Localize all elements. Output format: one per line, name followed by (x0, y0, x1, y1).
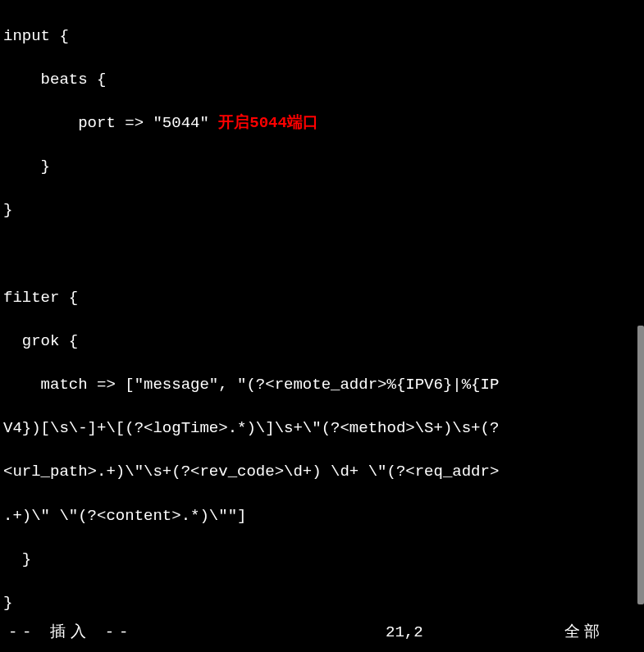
code-line: beats { (3, 69, 644, 91)
code-line: } (3, 199, 644, 221)
scrollbar[interactable] (637, 0, 644, 652)
code-line: match => ["message", "(?<remote_addr>%{I… (3, 374, 644, 396)
code-line (3, 244, 644, 266)
code-line: } (3, 592, 644, 614)
scroll-percent: 全部 (564, 622, 605, 644)
code-line: port => "5044" 开启5044端口 (3, 112, 644, 135)
scrollbar-thumb[interactable] (637, 326, 644, 604)
code-line: } (3, 549, 644, 571)
code-line: filter { (3, 287, 644, 309)
cursor-position: 21,2 (386, 622, 423, 644)
code-line: grok { (3, 331, 644, 353)
vim-status-bar: -- 插入 -- 21,2 全部 (0, 622, 644, 644)
code-text: port => "5044" (3, 114, 218, 132)
code-line: <url_path>.+)\"\s+(?<rev_code>\d+) \d+ \… (3, 461, 644, 483)
code-line: } (3, 156, 644, 178)
code-line: V4})[\s\-]+\[(?<logTime>.*)\]\s+\"(?<met… (3, 417, 644, 440)
editor-content[interactable]: input { beats { port => "5044" 开启5044端口 … (0, 0, 644, 652)
code-line: .+)\" \"(?<content>.*)\""] (3, 505, 644, 527)
annotation-port: 开启5044端口 (218, 114, 318, 132)
vim-mode-indicator: -- 插入 -- (8, 622, 133, 644)
code-line: input { (3, 25, 644, 48)
